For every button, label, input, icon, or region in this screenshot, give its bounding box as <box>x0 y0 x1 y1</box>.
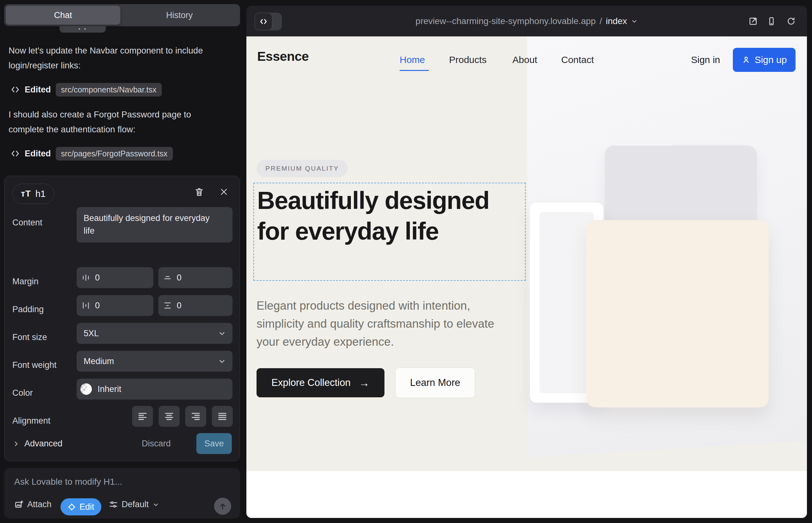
align-justify-button[interactable] <box>212 406 233 427</box>
margin-y-value: 0 <box>177 273 181 283</box>
nav-link-contact[interactable]: Contact <box>561 54 594 65</box>
url-bar[interactable]: preview--charming-site-symphony.lovable.… <box>246 6 807 36</box>
margin-x-icon <box>77 273 95 282</box>
nav-link-products[interactable]: Products <box>449 54 487 65</box>
edit-mode-button[interactable]: Edit <box>60 498 101 516</box>
padding-y-icon <box>158 301 177 310</box>
font-weight-select[interactable]: Medium <box>77 351 232 372</box>
font-weight-label: Font weight <box>12 360 57 370</box>
mobile-view-button[interactable] <box>766 16 777 27</box>
align-center-icon <box>164 411 175 422</box>
default-mode-select[interactable]: Default <box>109 500 159 509</box>
refresh-button[interactable] <box>785 16 797 27</box>
align-right-button[interactable] <box>185 406 206 427</box>
margin-x-input[interactable]: 0 <box>77 267 153 288</box>
hero-paragraph[interactable]: Elegant products designed with intention… <box>257 296 513 351</box>
edited-label: Edited <box>25 149 51 159</box>
padding-x-input[interactable]: 0 <box>77 295 153 316</box>
font-size-select[interactable]: 5XL <box>77 323 232 344</box>
preview-panel: preview--charming-site-symphony.lovable.… <box>246 6 807 518</box>
element-tag-label: h1 <box>35 189 46 199</box>
attach-image-icon <box>14 500 24 509</box>
delete-element-button[interactable] <box>193 185 206 198</box>
site-logo: Essence <box>257 49 309 64</box>
app: Chat History Now let's update the Navbar… <box>0 0 812 523</box>
sliders-icon <box>109 500 118 509</box>
arrow-right-icon: → <box>359 377 370 389</box>
margin-y-input[interactable]: 0 <box>158 267 232 288</box>
url-host: preview--charming-site-symphony.lovable.… <box>416 16 596 26</box>
sign-up-button[interactable]: Sign up <box>733 48 796 72</box>
sign-up-label: Sign up <box>755 54 787 65</box>
file-chip[interactable]: src/pages/ForgotPassword.tsx <box>56 147 173 161</box>
learn-more-button[interactable]: Learn More <box>395 367 475 398</box>
explore-collection-label: Explore Collection <box>271 377 351 389</box>
send-button[interactable] <box>214 498 231 515</box>
tab-history[interactable]: History <box>120 6 239 25</box>
smartphone-icon <box>767 16 776 26</box>
url-page: index <box>606 16 627 26</box>
element-editor-panel: тT h1 Content Beautifully designed for e… <box>4 176 240 461</box>
edit-label: Edit <box>80 502 94 512</box>
chevron-down-icon <box>152 501 159 508</box>
open-in-new-tab-button[interactable] <box>747 16 759 27</box>
chat-message: Now let's update the Navbar component to… <box>8 43 203 73</box>
margin-label: Margin <box>12 277 39 287</box>
close-editor-button[interactable] <box>217 185 230 198</box>
chevron-down-icon <box>631 18 638 25</box>
font-weight-value: Medium <box>84 357 114 366</box>
align-left-button[interactable] <box>132 406 153 427</box>
font-size-value: 5XL <box>84 329 99 339</box>
content-input[interactable]: Beautifully designed for everyday life <box>77 207 232 242</box>
chat-message: I should also create a Forgot Password p… <box>8 107 203 137</box>
chevron-down-icon <box>218 357 226 365</box>
external-link-icon <box>748 16 758 26</box>
align-center-button[interactable] <box>159 406 180 427</box>
discard-button[interactable]: Discard <box>142 439 171 449</box>
url-separator: / <box>600 16 602 26</box>
advanced-label: Advanced <box>24 439 63 449</box>
close-icon <box>219 187 229 197</box>
decor-card-cream <box>586 220 769 408</box>
color-label: Color <box>12 388 33 398</box>
active-nav-underline <box>400 70 429 71</box>
padding-x-icon <box>77 301 95 310</box>
selected-element-tag: тT h1 <box>12 184 54 204</box>
tab-bar: Chat History <box>4 4 240 26</box>
attach-label: Attach <box>27 500 52 509</box>
chat-composer: Attach Edit Default <box>4 468 240 519</box>
hero-heading[interactable]: Beautifully designed for everyday life <box>257 185 492 247</box>
padding-label: Padding <box>12 305 44 314</box>
scrolled-chat-pill <box>59 26 106 33</box>
padding-y-input[interactable]: 0 <box>158 295 232 316</box>
explore-collection-button[interactable]: Explore Collection → <box>257 368 385 397</box>
save-button[interactable]: Save <box>196 433 232 454</box>
code-icon <box>11 149 20 158</box>
file-chip[interactable]: src/components/Navbar.tsx <box>56 83 162 96</box>
edited-file-row: Edited src/pages/ForgotPassword.tsx <box>11 146 173 161</box>
premium-quality-badge: PREMIUM QUALITY <box>257 160 348 177</box>
nav-link-home[interactable]: Home <box>400 54 425 65</box>
color-field[interactable]: Inherit <box>77 379 232 399</box>
attach-button[interactable]: Attach <box>14 500 52 509</box>
user-icon <box>742 55 751 64</box>
tab-chat[interactable]: Chat <box>6 6 120 25</box>
advanced-toggle[interactable]: Advanced <box>12 439 63 449</box>
arrow-up-icon <box>218 502 227 511</box>
composer-input[interactable] <box>14 475 226 489</box>
type-icon: тT <box>21 189 31 199</box>
padding-y-value: 0 <box>177 301 181 310</box>
color-value: Inherit <box>98 384 121 394</box>
nav-link-about[interactable]: About <box>512 54 537 65</box>
align-left-icon <box>137 411 148 422</box>
preview-website: Essence Home Products About Contact Sign… <box>246 36 807 518</box>
sign-in-link[interactable]: Sign in <box>691 54 720 65</box>
below-hero-section <box>246 471 807 518</box>
font-size-label: Font size <box>12 332 47 342</box>
content-label: Content <box>12 218 42 228</box>
margin-y-icon <box>158 273 177 282</box>
target-icon <box>68 503 76 511</box>
default-label: Default <box>122 500 149 509</box>
edited-label: Edited <box>25 85 51 95</box>
align-justify-icon <box>217 411 228 422</box>
